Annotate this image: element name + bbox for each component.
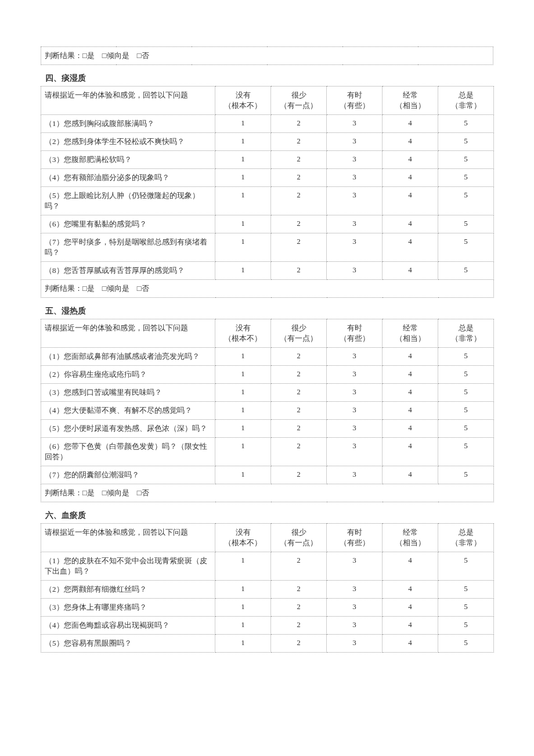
scale-option-5[interactable]: 5: [438, 599, 494, 617]
scale-option-3[interactable]: 3: [327, 466, 383, 484]
judgement-result[interactable]: 判断结果：□是 □倾向是 □否: [41, 484, 494, 502]
scale-option-5[interactable]: 5: [438, 115, 494, 133]
scale-option-4[interactable]: 4: [383, 617, 438, 635]
scale-option-5[interactable]: 5: [438, 581, 494, 599]
scale-option-4[interactable]: 4: [383, 187, 438, 215]
scale-option-4[interactable]: 4: [383, 438, 438, 466]
scale-option-4[interactable]: 4: [383, 133, 438, 151]
scale-option-1[interactable]: 1: [215, 215, 271, 233]
scale-option-3[interactable]: 3: [327, 635, 383, 653]
scale-option-2[interactable]: 2: [271, 384, 327, 402]
scale-option-3[interactable]: 3: [327, 133, 383, 151]
scale-option-3[interactable]: 3: [327, 169, 383, 187]
scale-option-5[interactable]: 5: [438, 366, 494, 384]
scale-option-4[interactable]: 4: [383, 115, 438, 133]
scale-option-2[interactable]: 2: [271, 617, 327, 635]
scale-option-5[interactable]: 5: [438, 151, 494, 169]
scale-option-2[interactable]: 2: [271, 262, 327, 280]
scale-option-5[interactable]: 5: [438, 420, 494, 438]
scale-option-3[interactable]: 3: [327, 552, 383, 581]
scale-option-5[interactable]: 5: [438, 169, 494, 187]
scale-option-5[interactable]: 5: [438, 187, 494, 215]
scale-option-4[interactable]: 4: [383, 215, 438, 233]
judgement-result[interactable]: 判断结果：□是 □倾向是 □否: [41, 280, 494, 298]
scale-option-1[interactable]: 1: [215, 348, 271, 366]
scale-option-3[interactable]: 3: [327, 115, 383, 133]
scale-option-5[interactable]: 5: [438, 384, 494, 402]
scale-option-5[interactable]: 5: [438, 466, 494, 484]
scale-option-3[interactable]: 3: [327, 233, 383, 262]
scale-option-3[interactable]: 3: [327, 215, 383, 233]
scale-option-4[interactable]: 4: [383, 402, 438, 420]
scale-option-1[interactable]: 1: [215, 262, 271, 280]
scale-option-2[interactable]: 2: [271, 187, 327, 215]
scale-option-3[interactable]: 3: [327, 348, 383, 366]
scale-option-4[interactable]: 4: [383, 233, 438, 262]
scale-option-2[interactable]: 2: [271, 466, 327, 484]
scale-option-5[interactable]: 5: [438, 348, 494, 366]
scale-option-5[interactable]: 5: [438, 233, 494, 262]
scale-option-3[interactable]: 3: [327, 187, 383, 215]
scale-option-1[interactable]: 1: [215, 133, 271, 151]
scale-option-2[interactable]: 2: [271, 366, 327, 384]
scale-option-3[interactable]: 3: [327, 151, 383, 169]
judgement-result[interactable]: 判断结果：□是 □倾向是 □否: [41, 47, 493, 65]
scale-option-5[interactable]: 5: [438, 635, 494, 653]
scale-option-3[interactable]: 3: [327, 384, 383, 402]
scale-option-4[interactable]: 4: [383, 366, 438, 384]
scale-option-1[interactable]: 1: [215, 635, 271, 653]
scale-option-5[interactable]: 5: [438, 262, 494, 280]
scale-option-4[interactable]: 4: [383, 348, 438, 366]
scale-option-1[interactable]: 1: [215, 115, 271, 133]
scale-option-5[interactable]: 5: [438, 133, 494, 151]
scale-option-5[interactable]: 5: [438, 402, 494, 420]
scale-option-1[interactable]: 1: [215, 617, 271, 635]
scale-option-4[interactable]: 4: [383, 151, 438, 169]
scale-option-3[interactable]: 3: [327, 438, 383, 466]
scale-option-2[interactable]: 2: [271, 151, 327, 169]
scale-option-1[interactable]: 1: [215, 187, 271, 215]
scale-option-1[interactable]: 1: [215, 552, 271, 581]
scale-option-2[interactable]: 2: [271, 348, 327, 366]
scale-option-1[interactable]: 1: [215, 402, 271, 420]
scale-option-1[interactable]: 1: [215, 169, 271, 187]
scale-option-2[interactable]: 2: [271, 438, 327, 466]
scale-option-1[interactable]: 1: [215, 151, 271, 169]
scale-option-2[interactable]: 2: [271, 169, 327, 187]
scale-option-3[interactable]: 3: [327, 599, 383, 617]
scale-option-2[interactable]: 2: [271, 115, 327, 133]
scale-option-4[interactable]: 4: [383, 599, 438, 617]
scale-option-2[interactable]: 2: [271, 233, 327, 262]
scale-option-5[interactable]: 5: [438, 215, 494, 233]
scale-option-2[interactable]: 2: [271, 581, 327, 599]
scale-option-5[interactable]: 5: [438, 438, 494, 466]
scale-option-3[interactable]: 3: [327, 402, 383, 420]
scale-option-1[interactable]: 1: [215, 233, 271, 262]
scale-option-3[interactable]: 3: [327, 262, 383, 280]
scale-option-2[interactable]: 2: [271, 552, 327, 581]
scale-option-1[interactable]: 1: [215, 384, 271, 402]
scale-option-1[interactable]: 1: [215, 599, 271, 617]
scale-option-2[interactable]: 2: [271, 215, 327, 233]
scale-option-4[interactable]: 4: [383, 552, 438, 581]
scale-option-2[interactable]: 2: [271, 420, 327, 438]
scale-option-3[interactable]: 3: [327, 617, 383, 635]
scale-option-3[interactable]: 3: [327, 366, 383, 384]
scale-option-3[interactable]: 3: [327, 420, 383, 438]
scale-option-2[interactable]: 2: [271, 599, 327, 617]
scale-option-4[interactable]: 4: [383, 466, 438, 484]
scale-option-3[interactable]: 3: [327, 581, 383, 599]
scale-option-4[interactable]: 4: [383, 384, 438, 402]
scale-option-2[interactable]: 2: [271, 635, 327, 653]
scale-option-2[interactable]: 2: [271, 402, 327, 420]
scale-option-5[interactable]: 5: [438, 552, 494, 581]
scale-option-2[interactable]: 2: [271, 133, 327, 151]
scale-option-4[interactable]: 4: [383, 635, 438, 653]
scale-option-1[interactable]: 1: [215, 420, 271, 438]
scale-option-4[interactable]: 4: [383, 262, 438, 280]
scale-option-4[interactable]: 4: [383, 581, 438, 599]
scale-option-4[interactable]: 4: [383, 169, 438, 187]
scale-option-4[interactable]: 4: [383, 420, 438, 438]
scale-option-1[interactable]: 1: [215, 366, 271, 384]
scale-option-1[interactable]: 1: [215, 466, 271, 484]
